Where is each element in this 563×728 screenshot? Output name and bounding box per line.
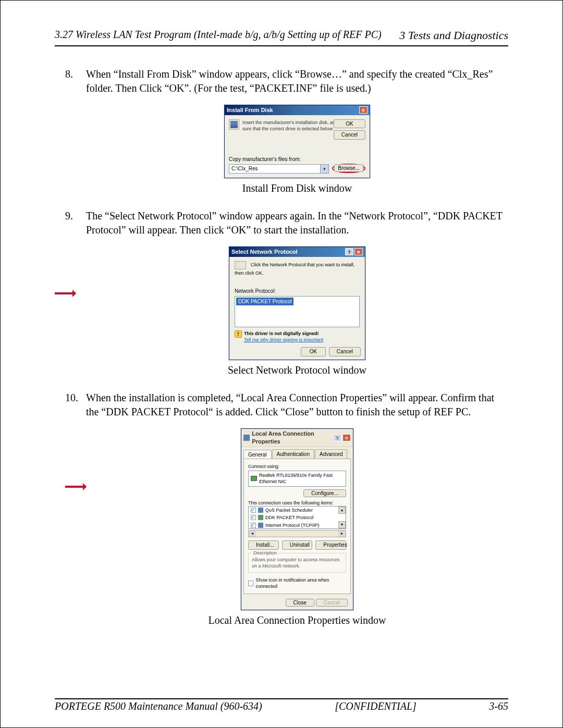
scroll-down-icon[interactable]: ▾ (338, 521, 346, 528)
item-tcpip: Internet Protocol (TCP/IP) (265, 522, 320, 528)
annotation-circle: Browse... (332, 164, 365, 173)
uninstall-button[interactable]: Uninstall (282, 540, 313, 550)
network-protocol-label: Network Protocol: (235, 288, 360, 295)
list-item[interactable]: QoS Packet Scheduler (249, 507, 346, 514)
cancel-button[interactable]: Cancel (334, 130, 365, 140)
item-ddk: DDK PACKET Protocol (265, 514, 313, 521)
annotation-arrow (65, 486, 86, 488)
chevron-down-icon[interactable]: ▾ (320, 165, 328, 173)
snp-title: Select Network Protocol (231, 248, 298, 256)
step-8-number: 8. (65, 67, 73, 81)
connect-using-label: Connect using: (248, 463, 346, 470)
ifd-title: Install From Disk (227, 106, 273, 114)
header-left: 3.27 Wireless LAN Test Program (Intel-ma… (55, 29, 382, 42)
scroll-left-icon[interactable]: ◂ (249, 530, 256, 537)
close-icon[interactable]: ✕ (359, 106, 368, 114)
ok-button[interactable]: OK (334, 119, 365, 129)
protocol-listbox[interactable]: DDK PACKET Protocol (235, 296, 360, 327)
tab-general[interactable]: General (243, 450, 272, 460)
help-icon[interactable]: ? (333, 434, 341, 441)
horizontal-scrollbar[interactable]: ◂ ▸ (248, 530, 346, 537)
cancel-button[interactable]: Cancel (329, 347, 361, 356)
path-input[interactable] (229, 166, 320, 171)
close-icon[interactable]: ✕ (354, 248, 363, 255)
uses-items-label: This connection uses the following items… (248, 500, 346, 506)
copy-from-label: Copy manufacturer's files from: (229, 156, 365, 163)
adapter-name: Realtek RTL8139/810x Family Fast Etherne… (259, 472, 344, 485)
lan-icon (243, 435, 250, 441)
list-item[interactable]: DDK PACKET Protocol (249, 514, 346, 521)
show-icon-label: Show icon in notification area when conn… (255, 577, 346, 589)
snp-message: Click the Network Protocol that you want… (235, 262, 354, 276)
qos-icon (258, 508, 263, 513)
checkbox-icon[interactable] (251, 515, 256, 520)
install-button[interactable]: Install... (248, 540, 279, 550)
footer-left: PORTEGE R500 Maintenance Manual (960-634… (55, 700, 262, 712)
protocol-item-ddk[interactable]: DDK PACKET Protocol (236, 298, 293, 306)
step-8-text: When “Install From Disk” window appears,… (86, 68, 493, 94)
description-group: Description Allows your computer to acce… (248, 553, 346, 573)
step-10-number: 10. (65, 391, 78, 405)
floppy-icon (229, 119, 239, 130)
driver-signing-link[interactable]: Tell me why driver signing is important (244, 337, 323, 343)
step-10-text: When the installation is completed, “Loc… (86, 392, 494, 417)
footer-right: 3-65 (489, 700, 508, 712)
close-icon[interactable]: ✕ (342, 434, 351, 441)
scroll-up-icon[interactable]: ▴ (338, 507, 346, 514)
ok-button[interactable]: OK (301, 347, 326, 356)
properties-button[interactable]: Properties (315, 540, 346, 550)
cancel-button: Cancel (316, 599, 348, 607)
tcpip-icon (258, 523, 263, 528)
items-listbox[interactable]: ▴ ▾ QoS Packet Scheduler (248, 506, 346, 529)
annotation-arrow (55, 292, 76, 294)
page-footer: PORTEGE R500 Maintenance Manual (960-634… (55, 698, 508, 712)
description-legend: Description (252, 550, 278, 556)
item-qos: QoS Packet Scheduler (265, 507, 313, 513)
warning-icon (235, 330, 242, 338)
caption-ifd: Install From Disk window (86, 181, 508, 195)
step-9-number: 9. (65, 209, 73, 223)
tab-authentication[interactable]: Authentication (272, 449, 314, 459)
lac-title: Local Area Connection Properties (252, 430, 333, 446)
help-icon[interactable]: ? (345, 248, 353, 255)
checkbox-icon[interactable] (251, 508, 256, 513)
select-network-protocol-dialog: Select Network Protocol ? ✕ Click the Ne… (229, 246, 365, 360)
checkbox-icon[interactable] (251, 523, 256, 528)
lac-properties-dialog: Local Area Connection Properties ? ✕ Gen… (241, 428, 353, 610)
step-9-text: The “Select Network Protocol” window app… (86, 210, 503, 236)
nic-icon (251, 476, 257, 481)
close-button[interactable]: Close (286, 599, 315, 607)
show-icon-checkbox[interactable] (248, 581, 253, 586)
driver-warning: This driver is not digitally signed! (244, 330, 323, 337)
step-9: 9. The “Select Network Protocol” window … (65, 209, 508, 377)
footer-mid: [CONFIDENTIAL] (335, 700, 417, 712)
step-10: 10. When the installation is completed, … (65, 391, 508, 627)
scroll-right-icon[interactable]: ▸ (338, 530, 346, 537)
install-from-disk-dialog: Install From Disk ✕ Insert the manufactu… (224, 105, 370, 178)
tab-advanced[interactable]: Advanced (315, 449, 347, 459)
browse-button[interactable]: Browse... (334, 164, 363, 172)
ddk-icon (258, 515, 263, 520)
description-text: Allows your computer to access resources… (252, 557, 340, 569)
network-icon (235, 261, 246, 269)
list-item[interactable]: Internet Protocol (TCP/IP) (249, 522, 346, 529)
step-8: 8. When “Install From Disk” window appea… (65, 67, 508, 195)
caption-lac: Local Area Connection Properties window (86, 613, 508, 627)
caption-snp: Select Network Protocol window (86, 363, 508, 377)
header-right: 3 Tests and Diagnostics (399, 29, 508, 42)
configure-button[interactable]: Configure... (303, 489, 346, 497)
page-header: 3.27 Wireless LAN Test Program (Intel-ma… (55, 29, 508, 46)
adapter-field: Realtek RTL8139/810x Family Fast Etherne… (248, 471, 346, 486)
